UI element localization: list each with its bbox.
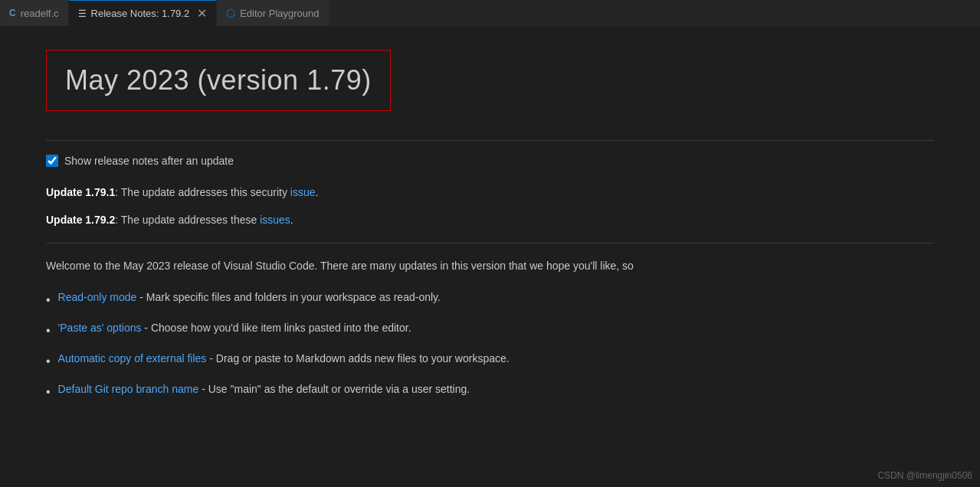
update-1791-suffix: . xyxy=(316,186,319,198)
title-box: May 2023 (version 1.79) xyxy=(46,50,391,111)
update-1792-suffix: . xyxy=(290,214,293,226)
auto-copy-text: - Drag or paste to Markdown adds new fil… xyxy=(206,352,509,364)
list-item: • Default Git repo branch name - Use "ma… xyxy=(46,381,934,401)
vscode-icon: ⬡ xyxy=(226,7,235,19)
welcome-text: Welcome to the May 2023 release of Visua… xyxy=(46,257,934,274)
list-item-content-3: Automatic copy of external files - Drag … xyxy=(58,351,510,367)
checkbox-label: Show release notes after an update xyxy=(64,155,234,167)
tab-readelf[interactable]: C readelf.c xyxy=(0,0,69,26)
show-release-notes-checkbox[interactable] xyxy=(46,155,58,167)
list-item-content-4: Default Git repo branch name - Use "main… xyxy=(58,381,470,397)
readonly-mode-link[interactable]: Read-only mode xyxy=(58,291,137,303)
bullet-dot: • xyxy=(46,322,51,340)
update-1792-text: : The update addresses these xyxy=(115,214,260,226)
tab-bar: C readelf.c ☰ Release Notes: 1.79.2 ✕ ⬡ … xyxy=(0,0,980,27)
feature-list: • Read-only mode - Mark specific files a… xyxy=(46,289,934,401)
git-branch-text: - Use "main" as the default or override … xyxy=(198,383,470,395)
update-1791-text: : The update addresses this security xyxy=(115,186,290,198)
list-item: • Read-only mode - Mark specific files a… xyxy=(46,289,934,309)
page-title: May 2023 (version 1.79) xyxy=(65,64,372,96)
paste-as-link[interactable]: 'Paste as' options xyxy=(58,322,142,334)
update-1792-link[interactable]: issues xyxy=(260,214,290,226)
c-icon: C xyxy=(9,8,16,18)
update-1791: Update 1.79.1: The update addresses this… xyxy=(46,184,934,201)
update-1792: Update 1.79.2: The update addresses thes… xyxy=(46,211,934,228)
update-1791-link[interactable]: issue xyxy=(290,186,316,198)
bullet-dot: • xyxy=(46,352,51,371)
tab-release-notes[interactable]: ☰ Release Notes: 1.79.2 ✕ xyxy=(69,0,218,26)
git-branch-link[interactable]: Default Git repo branch name xyxy=(58,383,199,395)
tab-editor-playground[interactable]: ⬡ Editor Playground xyxy=(217,0,329,26)
list-item-content-1: Read-only mode - Mark specific files and… xyxy=(58,289,441,306)
divider-middle xyxy=(46,243,934,244)
update-1792-bold: Update 1.79.2 xyxy=(46,214,115,226)
readonly-mode-text: - Mark specific files and folders in you… xyxy=(136,291,441,303)
list-item: • Automatic copy of external files - Dra… xyxy=(46,351,934,371)
bullet-dot: • xyxy=(46,383,51,401)
auto-copy-link[interactable]: Automatic copy of external files xyxy=(58,352,207,364)
update-1791-bold: Update 1.79.1 xyxy=(46,186,115,198)
list-icon: ☰ xyxy=(78,8,87,19)
list-item-content-2: 'Paste as' options - Choose how you'd li… xyxy=(58,320,411,336)
paste-as-text: - Choose how you'd like item links paste… xyxy=(141,322,411,334)
bullet-dot: • xyxy=(46,291,51,309)
watermark: CSDN @limengjin0506 xyxy=(877,470,972,481)
main-content: May 2023 (version 1.79) Show release not… xyxy=(0,27,980,487)
checkbox-row: Show release notes after an update xyxy=(46,155,934,167)
tab-label-editor-playground: Editor Playground xyxy=(240,8,319,19)
tab-label-release-notes: Release Notes: 1.79.2 xyxy=(91,8,190,19)
list-item: • 'Paste as' options - Choose how you'd … xyxy=(46,320,934,340)
tab-close-button[interactable]: ✕ xyxy=(197,8,207,20)
tab-label-readelf: readelf.c xyxy=(21,8,59,19)
divider-top xyxy=(46,140,934,141)
